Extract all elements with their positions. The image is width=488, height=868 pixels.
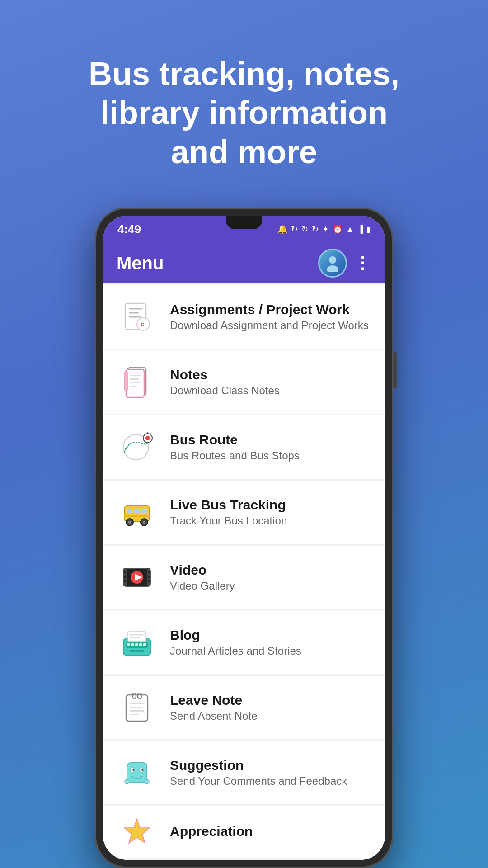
menu-item-video[interactable]: Video Video Gallery — [103, 546, 385, 609]
svg-rect-32 — [124, 576, 126, 578]
svg-rect-49 — [130, 650, 144, 652]
appreciation-title: Appreciation — [170, 824, 371, 839]
svg-rect-31 — [124, 571, 126, 573]
menu-item-bus-route[interactable]: Bus Route Bus Routes and Bus Stops — [103, 415, 385, 479]
menu-item-appreciation[interactable]: Appreciation — [103, 806, 385, 858]
suggestion-subtitle: Send Your Comments and Feedback — [170, 775, 371, 788]
status-bar: 4:49 🔔 ↻ ↻ ↻ ✦ ⏰ ▲ ▐ ▮ — [103, 216, 385, 243]
alarm-icon: ⏰ — [333, 224, 343, 234]
live-bus-text: Live Bus Tracking Track Your Bus Locatio… — [170, 497, 371, 527]
phone-wrapper: 4:49 🔔 ↻ ↻ ↻ ✦ ⏰ ▲ ▐ ▮ Menu — [95, 208, 393, 868]
svg-rect-47 — [130, 634, 143, 636]
svg-rect-41 — [127, 643, 130, 646]
app-bar: Menu ⋮ — [103, 243, 385, 283]
assignments-text: Assignments / Project Work Download Assi… — [170, 302, 371, 332]
svg-rect-4 — [129, 312, 139, 314]
svg-rect-20 — [127, 509, 132, 513]
slack-icon: ✦ — [322, 224, 329, 234]
svg-point-17 — [145, 436, 150, 440]
hero-title: Bus tracking, notes, library information… — [36, 27, 452, 189]
status-time: 4:49 — [117, 222, 141, 236]
svg-marker-64 — [124, 819, 150, 843]
notes-subtitle: Download Class Notes — [170, 384, 371, 397]
blog-title: Blog — [170, 627, 371, 643]
battery-icon: ▮ — [366, 225, 371, 234]
menu-item-leave-note[interactable]: Leave Note Send Absent Note — [103, 676, 385, 739]
live-bus-icon — [117, 492, 157, 533]
sync-icon-2: ↻ — [301, 224, 308, 234]
svg-rect-10 — [130, 375, 141, 376]
sync-icon-1: ↻ — [291, 224, 298, 234]
more-menu-icon[interactable]: ⋮ — [354, 254, 371, 273]
suggestion-title: Suggestion — [170, 758, 371, 773]
sync-icon-3: ↻ — [312, 224, 319, 234]
status-icons: 🔔 ↻ ↻ ↻ ✦ ⏰ ▲ ▐ ▮ — [277, 224, 371, 234]
menu-item-suggestion[interactable]: Suggestion Send Your Comments and Feedba… — [103, 741, 385, 804]
bus-route-subtitle: Bus Routes and Bus Stops — [170, 449, 371, 462]
svg-rect-11 — [130, 378, 139, 380]
svg-rect-42 — [131, 643, 134, 646]
bus-route-text: Bus Route Bus Routes and Bus Stops — [170, 432, 371, 462]
svg-rect-57 — [127, 763, 147, 783]
svg-rect-53 — [130, 703, 144, 704]
svg-rect-44 — [139, 643, 142, 646]
menu-item-assignments[interactable]: c Assignments / Project Work Download As… — [103, 285, 385, 349]
notes-title: Notes — [170, 367, 371, 382]
svg-point-26 — [143, 521, 145, 524]
blog-icon — [117, 622, 157, 663]
svg-point-25 — [128, 521, 131, 524]
hero-section: Bus tracking, notes, library information… — [0, 0, 488, 203]
video-text: Video Video Gallery — [170, 562, 371, 592]
svg-point-62 — [125, 779, 129, 784]
assignments-title: Assignments / Project Work — [170, 302, 371, 317]
svg-rect-27 — [124, 515, 150, 517]
appreciation-icon — [117, 812, 157, 853]
app-bar-title: Menu — [117, 253, 164, 274]
avatar[interactable] — [318, 249, 347, 278]
live-bus-subtitle: Track Your Bus Location — [170, 514, 371, 527]
person-icon — [324, 254, 342, 272]
live-bus-title: Live Bus Tracking — [170, 497, 371, 513]
svg-rect-13 — [130, 386, 137, 387]
notes-text: Notes Download Class Notes — [170, 367, 371, 397]
svg-rect-48 — [130, 637, 140, 638]
blog-subtitle: Journal Articles and Stories — [170, 645, 371, 657]
svg-rect-56 — [130, 714, 139, 715]
svg-rect-5 — [129, 316, 141, 318]
svg-rect-12 — [130, 382, 141, 383]
video-title: Video — [170, 562, 371, 578]
leave-note-text: Leave Note Send Absent Note — [170, 693, 371, 722]
svg-rect-33 — [124, 580, 126, 582]
menu-item-blog[interactable]: Blog Journal Articles and Stories — [103, 611, 385, 674]
phone-screen: 4:49 🔔 ↻ ↻ ↻ ✦ ⏰ ▲ ▐ ▮ Menu — [103, 216, 385, 860]
svg-rect-34 — [148, 571, 150, 573]
menu-item-notes[interactable]: Notes Download Class Notes — [103, 350, 385, 414]
video-icon — [117, 557, 157, 598]
svg-rect-45 — [143, 643, 146, 646]
svg-rect-14 — [125, 371, 127, 391]
app-bar-actions: ⋮ — [318, 249, 371, 278]
svg-rect-36 — [148, 580, 150, 582]
menu-item-live-bus[interactable]: Live Bus Tracking Track Your Bus Locatio… — [103, 481, 385, 544]
video-subtitle: Video Gallery — [170, 580, 371, 592]
blog-text: Blog Journal Articles and Stories — [170, 627, 371, 657]
svg-rect-35 — [148, 576, 150, 578]
bus-route-icon — [117, 427, 157, 467]
signal-icon: ▐ — [358, 225, 363, 233]
assignments-icon: c — [117, 297, 157, 337]
svg-rect-46 — [128, 632, 146, 642]
svg-point-61 — [141, 769, 143, 771]
svg-text:c: c — [141, 321, 145, 328]
bus-route-title: Bus Route — [170, 432, 371, 448]
leave-note-title: Leave Note — [170, 693, 371, 708]
notification-icon: 🔔 — [277, 224, 287, 234]
svg-rect-21 — [134, 509, 140, 513]
leave-note-subtitle: Send Absent Note — [170, 710, 371, 722]
leave-note-icon — [117, 687, 157, 728]
notes-icon — [117, 362, 157, 402]
suggestion-text: Suggestion Send Your Comments and Feedba… — [170, 758, 371, 788]
wifi-icon: ▲ — [346, 225, 354, 234]
svg-rect-43 — [135, 643, 138, 646]
suggestion-icon — [117, 752, 157, 793]
menu-list: c Assignments / Project Work Download As… — [103, 283, 385, 860]
